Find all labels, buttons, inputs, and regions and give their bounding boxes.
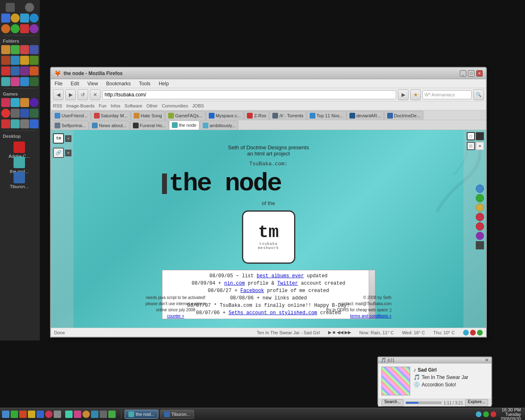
taskbar-tray-icon-1[interactable] <box>476 411 482 417</box>
sidebar-icon-arrow[interactable] <box>20 14 29 23</box>
taskbar-sys-icon-4[interactable] <box>28 411 35 418</box>
sidebar-icon-chrome[interactable] <box>11 24 20 33</box>
folder-icon-10[interactable] <box>11 66 20 75</box>
sidebar-icon-home[interactable] <box>1 14 10 23</box>
tab-selfportrait[interactable]: Selfportrai... <box>52 121 89 130</box>
sidebar-icon-2[interactable] <box>25 3 34 12</box>
nav-icon-2[interactable] <box>476 194 484 202</box>
game-icon-11[interactable] <box>20 119 29 128</box>
nav-icon-1[interactable] <box>476 185 484 193</box>
bookmark-star[interactable]: ★ <box>410 89 421 100</box>
menu-edit[interactable]: Edit <box>69 80 81 87</box>
taskbar-sys-icon-6[interactable] <box>45 411 52 418</box>
bookmark-communities[interactable]: Communities <box>162 103 188 108</box>
folder-icon-8[interactable] <box>30 56 39 65</box>
tab-gamefaqs[interactable]: GameFAQs... <box>165 111 205 120</box>
search-button[interactable]: 🔍 <box>473 89 484 100</box>
right-icon-4[interactable]: ≡ <box>476 142 484 150</box>
sidebar-icon-7a[interactable] <box>1 77 10 86</box>
desktop-icon-tiburon[interactable]: Tiburon... <box>3 172 36 189</box>
tab-newsabout[interactable]: News about... <box>89 121 129 130</box>
menu-help[interactable]: Help <box>157 80 171 87</box>
minimize-button[interactable]: _ <box>460 70 466 77</box>
taskbar-sys-icon-12[interactable] <box>100 411 107 418</box>
desktop-icon-adobe[interactable]: Adobe C... <box>3 142 36 159</box>
close-button[interactable]: ✕ <box>476 70 483 77</box>
right-icon-2[interactable] <box>476 132 484 140</box>
game-icon-2[interactable] <box>11 98 20 107</box>
game-icon-1[interactable] <box>1 98 10 107</box>
tm-small-icon[interactable]: tm <box>53 133 64 144</box>
nav-icon-4[interactable] <box>476 213 484 221</box>
game-icon-9[interactable] <box>1 119 10 128</box>
news-link-facebook[interactable]: Facebook <box>240 288 264 294</box>
maximize-button[interactable]: □ <box>468 70 475 77</box>
bookmark-imageboards[interactable]: Image-Boards <box>66 103 95 108</box>
sidebar-icon-7c[interactable] <box>20 77 29 86</box>
nav-icon-3[interactable] <box>476 203 484 212</box>
tab-doctrine[interactable]: DoctrineDe... <box>384 111 423 120</box>
sidebar-icon-firefox[interactable] <box>1 24 10 33</box>
game-icon-10[interactable] <box>11 119 20 128</box>
tab-saturday[interactable]: Saturday M... <box>91 111 130 120</box>
folder-icon-12[interactable] <box>30 66 39 75</box>
folder-icon-6[interactable] <box>11 56 20 65</box>
tab-ambitious[interactable]: ambitiously... <box>200 121 238 130</box>
search-bar[interactable]: W* Animaniacs <box>422 90 472 99</box>
right-icon-3[interactable]: □ <box>467 142 475 150</box>
sidebar-icon-7b[interactable] <box>11 77 20 86</box>
folder-icon-2[interactable] <box>11 45 20 54</box>
taskbar-sys-icon-1[interactable] <box>2 411 9 418</box>
sidebar-icon-purple[interactable] <box>30 24 39 33</box>
news-link-twitter[interactable]: Twitter <box>277 281 298 286</box>
footer-counter-link[interactable]: counter + <box>167 314 184 318</box>
tab-funeral[interactable]: Funeral Ho... <box>130 121 169 130</box>
plus-icon-2[interactable]: + <box>65 150 71 156</box>
taskbar-sys-icon-10[interactable] <box>82 411 90 418</box>
taskbar-btn-thenode[interactable]: the nod... <box>125 410 158 419</box>
news-link-stylished[interactable]: Seths account on stylished.com <box>228 310 317 316</box>
news-link-1[interactable]: best albums ever <box>257 273 304 279</box>
taskbar-btn-tiburon[interactable]: Tiburon... <box>160 410 194 419</box>
tab-torrents[interactable]: /t/ - Torrents <box>269 111 306 120</box>
taskbar-sys-icon-13[interactable] <box>108 411 116 418</box>
mp-explore-btn[interactable]: Explore... <box>465 399 488 406</box>
menu-view[interactable]: View <box>86 80 100 87</box>
bookmark-software[interactable]: Software <box>125 103 142 108</box>
desktop-icon-thenode[interactable]: the nod... <box>3 157 36 174</box>
menu-tools[interactable]: Tools <box>137 80 152 87</box>
game-icon-12[interactable] <box>30 119 39 128</box>
stop-button[interactable]: ✕ <box>90 89 100 100</box>
bookmark-jobs[interactable]: JOBS <box>192 103 204 108</box>
bookmark-fun[interactable]: Fun <box>99 103 107 108</box>
bookmark-rss[interactable]: RSS <box>53 103 62 108</box>
nav-icon-5[interactable] <box>476 222 484 231</box>
reload-button[interactable]: ↺ <box>78 89 88 100</box>
plus-icon[interactable]: + <box>65 135 71 142</box>
game-icon-4[interactable] <box>30 98 39 107</box>
news-link-nin[interactable]: nin.com <box>224 281 244 286</box>
taskbar-sys-icon-5[interactable] <box>37 411 44 418</box>
taskbar-sys-icon-9[interactable] <box>74 411 81 418</box>
sidebar-icon-smiley[interactable] <box>11 14 20 23</box>
right-icon-1[interactable]: □ <box>467 132 475 140</box>
tab-userfriend[interactable]: UserFriend... <box>52 111 91 120</box>
folder-icon-5[interactable] <box>1 56 10 65</box>
music-player-close[interactable]: ✕ <box>485 357 489 363</box>
sidebar-icon-7d[interactable] <box>30 77 39 86</box>
sidebar-icon-skype[interactable] <box>30 14 39 23</box>
taskbar-tray-icon-3[interactable] <box>491 411 496 417</box>
tab-zrox[interactable]: Z-Rox <box>244 111 269 120</box>
taskbar-sys-icon-11[interactable] <box>91 411 98 418</box>
url-bar[interactable] <box>102 90 396 99</box>
folder-icon-11[interactable] <box>20 66 29 75</box>
menu-bookmarks[interactable]: Bookmarks <box>105 80 132 87</box>
bookmark-other[interactable]: Other <box>146 103 158 108</box>
game-icon-8[interactable] <box>30 109 39 118</box>
game-icon-7[interactable] <box>20 109 29 118</box>
tab-hate[interactable]: Hate Song <box>131 111 165 120</box>
taskbar-sys-icon-2[interactable] <box>11 411 18 418</box>
nav-icon-7[interactable] <box>476 241 484 249</box>
game-icon-5[interactable] <box>1 109 10 118</box>
tab-top11[interactable]: Top 11 Nos... <box>307 111 346 120</box>
